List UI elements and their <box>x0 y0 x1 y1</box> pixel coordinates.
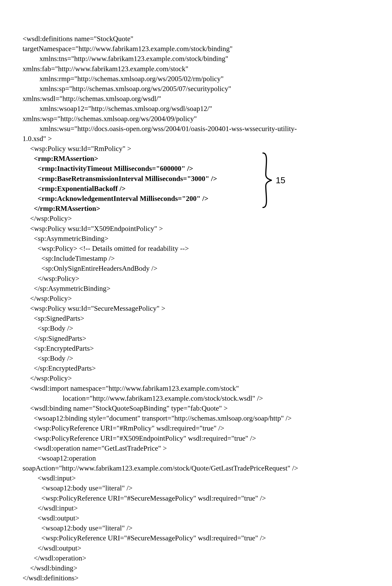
code-line: <wsdl:input> <box>22 473 370 483</box>
code-line: </wsdl:definitions> <box>22 573 370 583</box>
code-line: xmlns:tns="http://www.fabrikam123.exampl… <box>22 54 370 64</box>
code-line: </wsp:Policy> <box>22 274 370 284</box>
code-line: <rmp:BaseRetransmissionInterval Millisec… <box>22 174 370 184</box>
code-line: xmlns:wsp="http://schemas.xmlsoap.org/ws… <box>22 114 370 124</box>
code-line: <rmp:InactivityTimeout Milliseconds="600… <box>22 163 370 173</box>
code-line: location="http://www.fabrikam123.example… <box>22 393 370 403</box>
code-line: xmlns:fab="http://www.fabrikam123.exampl… <box>22 64 370 74</box>
code-line: <wsp:PolicyReference URI="#X509EndpointP… <box>22 433 370 443</box>
code-line: <wsp:Policy wsu:Id="SecureMessagePolicy"… <box>22 303 370 313</box>
callout-label: 15 <box>272 175 285 185</box>
code-line: <wsp:PolicyReference URI="#SecureMessage… <box>22 493 370 503</box>
code-line: <wsdl:import namespace="http://www.fabri… <box>22 383 370 393</box>
code-line: </sp:EncryptedParts> <box>22 363 370 373</box>
code-line: <wsp:Policy wsu:Id="X509EndpointPolicy" … <box>22 224 370 234</box>
code-listing: <wsdl:definitions name="StockQuote"targe… <box>22 34 370 583</box>
code-line: <sp:EncryptedParts> <box>22 343 370 353</box>
code-line: <wsoap12:body use="literal" /> <box>22 523 370 533</box>
code-line: <rmp:AcknowledgementInterval Millisecond… <box>22 194 370 203</box>
code-line: targetNamespace="http://www.fabrikam123.… <box>22 44 370 54</box>
code-line: soapAction="http://www.fabrikam123.examp… <box>22 463 370 473</box>
code-line: <sp:SignedParts> <box>22 313 370 323</box>
code-line: </sp:AsymmetricBinding> <box>22 284 370 293</box>
code-line: <wsp:Policy wsu:Id="RmPolicy" > <box>22 144 370 154</box>
code-line: xmlns:rmp="http://schemas.xmlsoap.org/ws… <box>22 74 370 84</box>
code-line: </rmp:RMAssertion> <box>22 203 370 213</box>
curly-brace-icon <box>261 152 272 208</box>
code-line: 1.0.xsd" > <box>22 134 370 144</box>
code-line: <rmp:RMAssertion> <box>22 154 370 163</box>
code-line: <wsp:Policy> <!-- Details omitted for re… <box>22 244 370 253</box>
code-line: <wsoap12:operation <box>22 453 370 463</box>
code-line: <wsp:PolicyReference URI="#SecureMessage… <box>22 533 370 543</box>
code-line: </wsdl:output> <box>22 543 370 553</box>
code-line: xmlns:wsoap12="http://schemas.xmlsoap.or… <box>22 104 370 114</box>
code-line: <wsdl:operation name="GetLastTradePrice"… <box>22 443 370 453</box>
code-line: </wsp:Policy> <box>22 213 370 223</box>
code-line: <wsoap12:binding style="document" transp… <box>22 413 370 423</box>
code-line: <sp:AsymmetricBinding> <box>22 234 370 244</box>
code-line: <wsoap12:body use="literal" /> <box>22 483 370 493</box>
code-line: <sp:Body /> <box>22 323 370 333</box>
code-line: <sp:Body /> <box>22 353 370 363</box>
code-line: </wsdl:binding> <box>22 563 370 573</box>
code-line: </wsp:Policy> <box>22 293 370 303</box>
code-line: <sp:IncludeTimestamp /> <box>22 253 370 263</box>
callout-15: 15 <box>261 152 285 208</box>
code-line: xmlns:wsdl="http://schemas.xmlsoap.org/w… <box>22 94 370 104</box>
code-line: xmlns:sp="http://schemas.xmlsoap.org/ws/… <box>22 84 370 94</box>
code-line: <wsp:PolicyReference URI="#RmPolicy" wsd… <box>22 423 370 433</box>
code-line: <wsdl:output> <box>22 513 370 523</box>
code-line: <rmp:ExponentialBackoff /> <box>22 184 370 194</box>
code-line: xmlns:wsu="http://docs.oasis-open.org/ws… <box>22 124 370 134</box>
code-line: </wsdl:operation> <box>22 553 370 563</box>
code-line: <wsdl:definitions name="StockQuote" <box>22 34 370 44</box>
code-line: <wsdl:binding name="StockQuoteSoapBindin… <box>22 403 370 413</box>
code-line: <sp:OnlySignEntireHeadersAndBody /> <box>22 263 370 273</box>
code-line: </sp:SignedParts> <box>22 333 370 343</box>
code-line: </wsp:Policy> <box>22 373 370 383</box>
code-line: </wsdl:input> <box>22 503 370 513</box>
page: <wsdl:definitions name="StockQuote"targe… <box>0 0 392 586</box>
